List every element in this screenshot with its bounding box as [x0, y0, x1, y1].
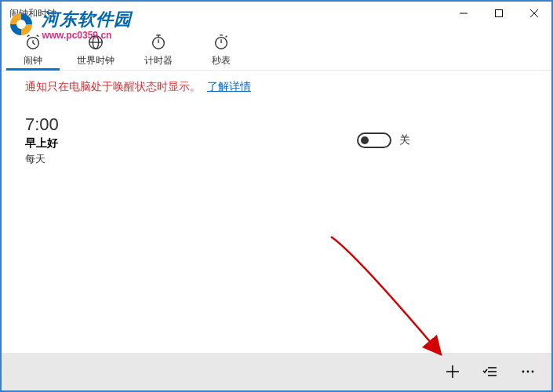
toggle-state-label: 关	[399, 133, 410, 147]
plus-icon	[445, 364, 460, 379]
svg-line-19	[226, 36, 227, 38]
timer-icon	[150, 34, 167, 51]
alarm-toggle[interactable]	[357, 132, 391, 148]
tab-stopwatch[interactable]: 秒表	[190, 31, 253, 70]
alarm-item[interactable]: 7:00 早上好 每天 关	[25, 110, 528, 171]
tab-label: 世界时钟	[77, 54, 115, 67]
list-select-icon	[482, 364, 498, 379]
more-button[interactable]	[509, 353, 547, 390]
window-controls	[446, 2, 551, 25]
tab-label: 闹钟	[24, 54, 42, 67]
svg-point-26	[527, 371, 529, 373]
svg-line-6	[33, 43, 35, 45]
svg-point-27	[532, 371, 534, 373]
close-icon	[530, 9, 538, 17]
window-title: 闹钟和时钟	[9, 7, 56, 20]
tab-label: 秒表	[212, 54, 231, 67]
minimize-button[interactable]	[446, 2, 481, 25]
alarm-repeat: 每天	[25, 152, 59, 166]
alarm-info: 7:00 早上好 每天	[25, 114, 59, 166]
tab-world-clock[interactable]: 世界时钟	[64, 31, 127, 70]
tab-timer[interactable]: 计时器	[127, 31, 190, 70]
alarm-icon	[24, 34, 42, 51]
notice-bar: 通知只在电脑处于唤醒状态时显示。 了解详情	[2, 71, 551, 103]
svg-line-8	[37, 35, 39, 37]
alarm-toggle-wrap: 关	[357, 132, 410, 148]
alarm-time: 7:00	[25, 114, 59, 135]
tab-label: 计时器	[144, 54, 173, 67]
maximize-icon	[495, 9, 503, 17]
toggle-knob	[361, 136, 369, 144]
alarm-list: 7:00 早上好 每天 关	[2, 103, 551, 177]
alarm-name: 早上好	[25, 136, 59, 151]
close-button[interactable]	[516, 2, 551, 25]
world-clock-icon	[87, 34, 104, 51]
notice-text: 通知只在电脑处于唤醒状态时显示。	[25, 80, 201, 93]
tab-bar: 闹钟 世界时钟 计时器 秒表	[2, 25, 551, 71]
maximize-button[interactable]	[481, 2, 516, 25]
notice-link[interactable]: 了解详情	[207, 80, 251, 93]
svg-point-25	[522, 371, 525, 373]
minimize-icon	[460, 9, 468, 17]
add-alarm-button[interactable]	[434, 353, 471, 390]
more-icon	[520, 364, 536, 379]
bottom-bar	[2, 353, 551, 390]
tab-alarm[interactable]: 闹钟	[2, 31, 64, 70]
stopwatch-icon	[213, 34, 230, 51]
select-button[interactable]	[471, 353, 509, 390]
titlebar: 闹钟和时钟	[2, 2, 551, 25]
svg-line-7	[27, 35, 30, 37]
svg-rect-1	[495, 10, 502, 17]
